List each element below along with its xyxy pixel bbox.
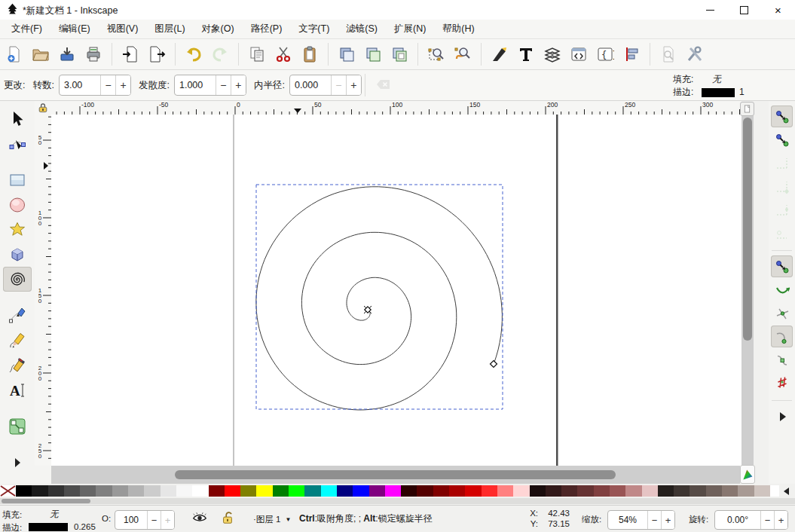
menu-4[interactable]: 对象(O) [194,20,243,38]
copy-button[interactable] [246,43,268,66]
clear-defaults-button[interactable] [372,74,395,96]
palette-swatch[interactable] [594,485,610,497]
toggle-scroll-corner-button[interactable] [740,102,754,116]
palette-swatch[interactable] [16,485,32,497]
palette-swatch[interactable] [706,485,722,497]
palette-scrollbar-thumb[interactable] [2,499,90,503]
paste-button[interactable] [298,43,321,66]
opacity-plus-button[interactable]: + [161,511,174,529]
palette-swatch[interactable] [433,485,449,497]
palette-swatch[interactable] [240,485,256,497]
palette-swatch[interactable] [80,485,96,497]
zoom-value[interactable]: 54% [608,511,647,529]
toolbox-more-button[interactable] [3,450,32,475]
close-button[interactable]: × [761,0,795,20]
palette-swatch[interactable] [256,485,272,497]
import-button[interactable] [119,43,142,66]
layer-visibility-button[interactable] [192,511,207,524]
stroke-color-swatch[interactable] [702,88,735,97]
status-fill-value[interactable]: 无 [50,509,59,520]
zoom-selection-button[interactable] [425,43,448,66]
spin-minus-button[interactable]: − [216,75,231,95]
menu-8[interactable]: 扩展(N) [386,20,434,38]
opacity-minus-button[interactable]: − [147,511,161,529]
palette-swatch[interactable] [128,485,144,497]
tool-option-spinbox-0[interactable]: 3.00−+ [59,75,131,96]
palette-swatch[interactable] [482,485,497,497]
menu-2[interactable]: 视图(V) [99,20,147,38]
document-new-button[interactable] [3,43,26,66]
pen-tool-button[interactable] [3,303,32,328]
connector-tool-button[interactable] [3,414,32,439]
palette-swatch[interactable] [321,485,337,497]
palette-swatch[interactable] [449,485,465,497]
spin-plus-button[interactable]: + [231,75,246,95]
palette-swatch[interactable] [289,485,304,497]
snap-bbox-button[interactable] [771,129,793,151]
fill-stroke-dialog-button[interactable] [488,43,511,66]
horizontal-scrollbar[interactable] [51,466,740,484]
palette-scrollbar[interactable] [0,498,795,504]
minimize-button[interactable] [693,0,727,20]
color-management-button[interactable] [740,465,755,484]
print-button[interactable] [82,43,105,66]
export-button[interactable] [145,43,168,66]
tool-option-value-1[interactable]: 1.000 [175,75,216,95]
rotation-value[interactable]: 0.00° [715,511,760,529]
snap-bbox-corners-button[interactable] [771,176,793,197]
status-stroke-value[interactable]: 0.265 [74,522,96,531]
save-button[interactable] [56,43,78,66]
canvas[interactable] [51,115,741,466]
palette-swatch[interactable] [96,485,112,497]
palette-swatch[interactable] [465,485,481,497]
node-tool-button[interactable] [3,131,32,156]
palette-swatch[interactable] [353,485,368,497]
menu-9[interactable]: 帮助(H) [434,20,482,38]
text-tool-button[interactable]: A [3,378,32,402]
palette-swatch[interactable] [273,485,289,497]
rotation-minus-button[interactable]: − [760,511,774,529]
snap-nodes-button[interactable] [771,255,793,277]
opacity-value[interactable]: 100 [115,511,147,529]
snap-enable-button[interactable] [771,105,793,127]
calligraphy-tool-button[interactable] [3,353,32,378]
horizontal-ruler[interactable]: -100-50050100150200250300 [51,101,741,115]
vertical-scrollbar[interactable] [741,115,754,466]
palette-swatch[interactable] [561,485,577,497]
palette-none-swatch[interactable] [0,485,16,497]
palette-swatch[interactable] [192,485,208,497]
palette-swatch[interactable] [610,485,625,497]
tool-option-value-0[interactable]: 3.00 [60,75,100,95]
palette-swatch[interactable] [304,485,320,497]
clone-button[interactable] [362,43,384,66]
snap-smooth-nodes-button[interactable] [771,349,793,371]
tool-option-spinbox-1[interactable]: 1.000−+ [174,75,246,96]
palette-swatch[interactable] [385,485,401,497]
vertical-ruler[interactable]: 50100150200250 [35,115,51,466]
star-tool-button[interactable] [3,217,32,242]
spiral-tool-button[interactable] [3,267,32,292]
rotation-spinbox[interactable]: 0.00° − + [714,510,788,530]
spin-plus-button[interactable]: + [115,75,130,95]
maximize-button[interactable] [727,0,761,20]
palette-scroll-left-button[interactable] [781,487,791,496]
ruler-corner[interactable] [35,101,51,115]
palette-swatch[interactable] [722,485,738,497]
tool-option-spinbox-2[interactable]: 0.000−+ [289,75,362,96]
palette-swatch[interactable] [112,485,128,497]
layer-lock-button[interactable] [221,510,234,525]
palette-swatch[interactable] [658,485,674,497]
snapbar-more-button[interactable] [771,405,793,427]
vertical-scrollbar-thumb[interactable] [743,118,752,341]
snap-cusp-nodes-button[interactable] [771,326,793,347]
redo-button[interactable] [209,43,231,66]
preferences-button[interactable] [683,43,706,66]
palette-swatch[interactable] [417,485,433,497]
palette-swatch[interactable] [577,485,593,497]
palette-swatch[interactable] [144,485,160,497]
palette-swatch[interactable] [642,485,658,497]
snap-bbox-centers-button[interactable] [771,222,793,244]
menu-3[interactable]: 图层(L) [146,20,193,38]
xml-editor-button[interactable] [567,43,590,66]
text-dialog-button[interactable] [515,43,537,66]
